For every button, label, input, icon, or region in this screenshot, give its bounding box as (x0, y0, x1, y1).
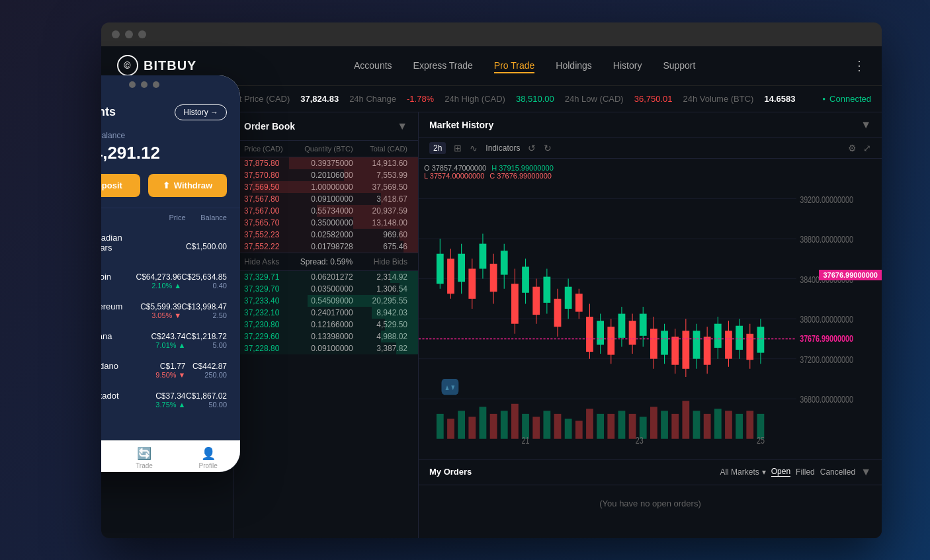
cad-info: Canadian Dollars CAD (101, 233, 144, 260)
mobile-nav-trade[interactable]: 🔄 Trade (112, 446, 177, 469)
col-price-header: Price (CAD) (244, 145, 298, 153)
chart-type-icon[interactable]: ⊞ (454, 143, 462, 153)
svg-rect-45 (640, 313, 647, 335)
col-total-header: Total (CAD) (353, 145, 407, 153)
bid-row[interactable]: 37,228.80 0.09100000 3,387.82 (233, 342, 418, 354)
asset-row-cad[interactable]: C$ Canadian Dollars CAD C$1,500.00 (101, 227, 240, 266)
mobile-history-button[interactable]: History → (175, 104, 227, 120)
asset-row-ada[interactable]: ₳ Cardano ADA C$1.77 9.50% ▼ C$442.87 25… (101, 355, 240, 385)
ohlc-l: L 37574.00000000 (424, 172, 484, 180)
bid-row[interactable]: 37,230.80 0.12166000 4,529.50 (233, 319, 418, 331)
bid-row[interactable]: 37,232.10 0.24017000 8,942.03 (233, 307, 418, 319)
svg-rect-11 (458, 253, 465, 281)
nav-support[interactable]: Support (663, 58, 695, 73)
bid-row[interactable]: 37,229.60 0.13398000 4,988.02 (233, 331, 418, 342)
total-est-label: Total Est. Balance (101, 131, 227, 140)
svg-rect-95 (714, 409, 722, 438)
bid-row[interactable]: 37,329.71 0.06201272 2,314.92 (233, 271, 418, 283)
line-icon[interactable]: ∿ (470, 143, 478, 153)
mobile-nav-profile[interactable]: 👤 Profile (176, 446, 240, 469)
chart-panel: Market History ▼ 2h ⊞ ∿ Indicators ↺ ↻ ⚙… (419, 112, 882, 538)
candlestick-chart: ▲▼ 39200.00000000 38800.00000000 38400.0… (419, 159, 882, 459)
filled-tab[interactable]: Filled (796, 467, 815, 477)
svg-rect-78 (532, 417, 540, 438)
volume-label: 24h Volume (BTC) (683, 94, 754, 104)
order-book-panel: Order Book ▼ Price (CAD) Quantity (BTC) … (233, 112, 419, 538)
ask-row[interactable]: 37,552.23 0.02582000 969.60 (233, 229, 418, 241)
asset-row-eth[interactable]: Ξ Ethereum ETH C$5,599.39 3.05% ▼ C$13,9… (101, 296, 240, 325)
sol-price-col: C$243.74 7.01% ▲ (144, 332, 186, 349)
svg-rect-67 (757, 327, 765, 352)
fullscreen-icon[interactable]: ⤢ (863, 143, 871, 153)
eth-name: Ethereum (101, 301, 122, 311)
hide-asks-link[interactable]: Hide Asks (244, 257, 279, 266)
ask-row[interactable]: 37,565.70 0.35000000 13,148.00 (233, 217, 418, 229)
eth-name-section: Ξ Ethereum ETH (101, 301, 140, 320)
withdraw-button[interactable]: ⬆ Withdraw (148, 174, 227, 197)
nav-accounts[interactable]: Accounts (354, 58, 392, 73)
asset-row-sol[interactable]: ◎ Solana SOL C$243.74 7.01% ▲ C$1,218.72… (101, 325, 240, 355)
high-label: 24h High (CAD) (444, 94, 505, 104)
hide-bids-link[interactable]: Hide Bids (374, 257, 407, 266)
svg-rect-19 (501, 251, 508, 274)
svg-rect-81 (565, 419, 572, 438)
open-tab[interactable]: Open (771, 467, 790, 477)
ohlc-h: H 37915.99000000 (491, 164, 554, 172)
cancelled-tab[interactable]: Cancelled (820, 467, 855, 477)
btc-symbol: BTC (101, 282, 111, 290)
all-markets-dropdown[interactable]: All Markets ▾ (720, 467, 765, 477)
asset-row-dot[interactable]: ● Polkadot DOT C$37.34 3.75% ▲ C$1,867.0… (101, 385, 240, 415)
ask-row[interactable]: 37,569.50 1.00000000 37,569.50 (233, 181, 418, 193)
ask-row[interactable]: 37,567.00 0.55734000 20,937.59 (233, 205, 418, 217)
btc-price-col: C$64,273.96 2.10% ▲ (136, 272, 182, 290)
deposit-button[interactable]: ⬇ Deposit (101, 174, 140, 197)
nav-pro-trade[interactable]: Pro Trade (494, 58, 534, 73)
status-dot1 (129, 81, 136, 88)
ask-row[interactable]: 37,570.80 0.20106000 7,553.99 (233, 169, 418, 181)
nav-holdings[interactable]: Holdings (556, 58, 591, 73)
chart-chevron[interactable]: ▼ (861, 119, 871, 131)
ask-row[interactable]: 37,875.80 0.39375000 14,913.60 (233, 157, 418, 169)
undo-icon[interactable]: ↺ (528, 143, 536, 153)
indicators-btn[interactable]: Indicators (486, 143, 520, 153)
svg-rect-84 (597, 413, 604, 438)
ask-row[interactable]: 37,567.80 0.09100000 3,418.67 (233, 193, 418, 205)
bid-row[interactable]: 37,233.40 0.54509000 20,295.55 (233, 295, 418, 307)
ohlc-c: C 37676.99000000 (489, 172, 552, 180)
svg-rect-96 (725, 411, 732, 438)
nav-express-trade[interactable]: Express Trade (413, 58, 473, 73)
timeframe-2h[interactable]: 2h (429, 142, 446, 154)
browser-window: © BITBUY Accounts Express Trade Pro Trad… (101, 22, 882, 538)
nav-more-icon[interactable]: ⋮ (853, 58, 866, 73)
sol-name: Solana (101, 331, 112, 341)
chart-controls: 2h ⊞ ∿ Indicators ↺ ↻ ⚙ ⤢ (419, 138, 882, 159)
nav-history[interactable]: History (613, 58, 642, 73)
svg-rect-70 (447, 419, 454, 438)
settings-icon[interactable]: ⚙ (848, 143, 857, 153)
asset-row-btc[interactable]: ₿ Bitcoin BTC C$64,273.96 2.10% ▲ C$25,6… (101, 266, 240, 296)
svg-text:▲▼: ▲▼ (444, 382, 456, 391)
redo-icon[interactable]: ↻ (544, 143, 552, 153)
order-book-chevron[interactable]: ▼ (397, 120, 407, 132)
mobile-nav-accounts[interactable]: 🏠 Accounts (101, 446, 112, 469)
bid-row[interactable]: 37,329.70 0.03500000 1,306.54 (233, 283, 418, 295)
svg-rect-43 (629, 321, 636, 344)
y-label-4: 38000.00000000 (800, 313, 853, 325)
asset-name-section: C$ Canadian Dollars CAD (101, 233, 144, 260)
y-label-1: 39200.00000000 (800, 193, 853, 204)
orders-filter: All Markets ▾ Open Filled Cancelled ▼ (720, 466, 871, 478)
svg-rect-65 (746, 333, 753, 359)
my-orders-chevron[interactable]: ▼ (861, 466, 871, 478)
volume-value: 14.6583 (764, 94, 795, 104)
svg-rect-29 (554, 298, 562, 326)
browser-dot-green (138, 30, 146, 38)
svg-rect-93 (693, 411, 700, 438)
col-qty-header: Quantity (BTC) (298, 145, 353, 153)
mobile-status-bar (101, 75, 240, 94)
current-price-badge: 37676.99000000 (819, 270, 882, 280)
svg-rect-25 (532, 286, 540, 314)
ask-row[interactable]: 37,552.22 0.01798728 675.46 (233, 241, 418, 253)
ada-balance: C$442.87 250.00 (186, 362, 228, 379)
svg-rect-86 (618, 411, 626, 438)
ohlc-overlay: O 37857.47000000 H 37915.99000000 L 3757… (424, 164, 554, 180)
